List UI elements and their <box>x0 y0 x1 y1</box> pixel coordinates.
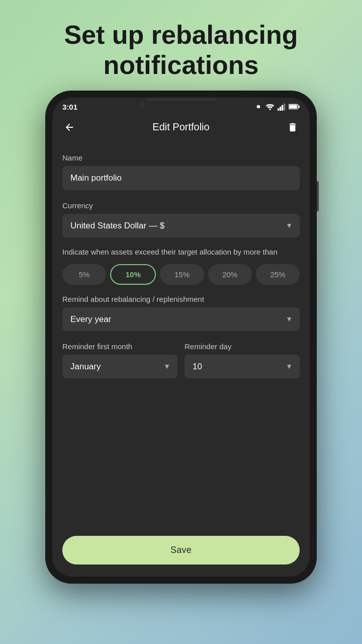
delete-button[interactable] <box>284 118 302 136</box>
status-bar: 3:01 <box>52 98 310 114</box>
svg-point-1 <box>269 109 271 110</box>
name-label: Name <box>62 153 300 162</box>
alloc-20-btn[interactable]: 20% <box>208 264 252 285</box>
save-area: Save <box>52 528 310 577</box>
month-label: Reminder first month <box>62 342 177 351</box>
date-fields-row: Reminder first month January ▼ Reminder … <box>62 340 300 387</box>
phone-camera <box>139 102 144 107</box>
svg-point-0 <box>257 105 260 109</box>
day-field-col: Reminder day 10 ▼ <box>185 340 300 387</box>
currency-select[interactable]: United States Dollar — $ <box>62 214 300 237</box>
save-button[interactable]: Save <box>62 536 300 565</box>
battery-icon <box>289 103 300 110</box>
currency-select-wrapper: United States Dollar — $ ▼ <box>62 214 300 237</box>
back-button[interactable] <box>60 118 78 136</box>
phone-side-button <box>317 181 319 211</box>
alloc-10-btn[interactable]: 10% <box>110 264 156 285</box>
svg-rect-4 <box>282 105 283 111</box>
day-select-wrapper: 10 ▼ <box>185 355 300 378</box>
svg-rect-3 <box>280 107 281 111</box>
phone-device: 3:01 <box>45 91 317 584</box>
top-bar-title: Edit Portfolio <box>152 121 209 133</box>
day-select[interactable]: 10 <box>185 355 300 378</box>
month-select-wrapper: January ▼ <box>62 355 177 378</box>
alloc-15-btn[interactable]: 15% <box>160 264 204 285</box>
month-field-col: Reminder first month January ▼ <box>62 340 177 387</box>
alloc-25-btn[interactable]: 25% <box>256 264 300 285</box>
allocation-options: 5% 10% 15% 20% 25% <box>62 264 300 285</box>
status-time: 3:01 <box>62 103 77 111</box>
month-select[interactable]: January <box>62 355 177 378</box>
svg-rect-5 <box>284 104 285 111</box>
svg-rect-7 <box>299 106 300 108</box>
status-icons <box>254 103 300 111</box>
form-content: Name Currency United States Dollar — $ ▼… <box>52 143 310 528</box>
remind-select-wrapper: Every year ▼ <box>62 307 300 331</box>
page-headline: Set up rebalancing notifications <box>44 0 318 91</box>
notification-icon <box>254 103 262 111</box>
svg-rect-2 <box>278 108 279 111</box>
remind-select[interactable]: Every year <box>62 307 300 331</box>
name-input[interactable] <box>62 166 300 190</box>
wifi-icon <box>265 103 275 111</box>
signal-icon <box>278 103 286 111</box>
alloc-5-btn[interactable]: 5% <box>62 264 106 285</box>
remind-label: Remind about rebalancing / replenishment <box>62 295 300 303</box>
day-label: Reminder day <box>185 342 300 351</box>
top-bar: Edit Portfolio <box>52 114 310 143</box>
svg-rect-8 <box>289 105 297 109</box>
allocation-label: Indicate when assets exceed their target… <box>62 247 300 257</box>
currency-label: Currency <box>62 201 300 210</box>
phone-screen: 3:01 <box>52 98 310 577</box>
